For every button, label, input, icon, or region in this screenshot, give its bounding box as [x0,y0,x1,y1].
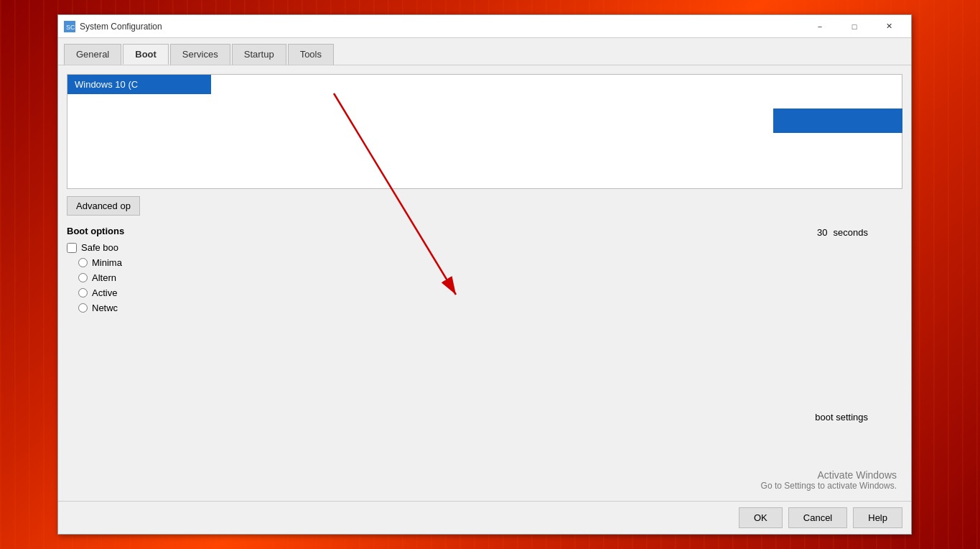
tab-services[interactable]: Services [170,44,230,65]
network-radio[interactable] [78,303,88,313]
tab-boot[interactable]: Boot [123,44,169,65]
sysconfig-close-button[interactable]: ✕ [872,17,905,36]
alternate-label: Altern [92,272,116,283]
maximize-button[interactable]: □ [838,17,871,36]
active-directory-radio[interactable] [78,288,88,297]
timeout-row: 30 seconds [817,227,868,238]
network-label: Netwc [92,303,118,313]
tab-tools[interactable]: Tools [288,44,334,65]
sysconfig-icon: SC [64,21,75,32]
sysconfig-ok-button[interactable]: OK [739,507,783,528]
titlebar-controls: − □ ✕ [803,17,905,36]
network-row: Netwc [78,303,902,313]
advanced-options-button[interactable]: Advanced op [67,196,140,216]
safe-boot-label: Safe boo [81,242,118,253]
safe-boot-row: Safe boo [67,242,902,253]
tab-startup[interactable]: Startup [232,44,286,65]
svg-text:SC: SC [66,24,75,31]
sysconfig-title-left: SC System Configuration [64,21,162,32]
sysconfig-titlebar: SC System Configuration − □ ✕ [58,15,911,38]
timeout-unit: seconds [834,227,868,238]
sysconfig-title-text: System Configuration [80,22,162,32]
alternate-radio[interactable] [78,273,88,282]
activate-line2: Go to Settings to activate Windows. [761,481,897,491]
boot-settings-label: boot settings [815,412,868,423]
tab-general[interactable]: General [64,44,121,65]
minimal-row: Minima [78,257,902,268]
sysconfig-content: Windows 10 (C Advanced op Boot options S… [58,65,911,326]
activate-watermark: Activate Windows Go to Settings to activ… [761,469,897,491]
active-directory-label: Active [92,287,117,298]
blue-highlight-bar [773,109,902,133]
minimal-label: Minima [92,257,122,268]
sysconfig-help-button[interactable]: Help [853,507,902,528]
sysconfig-tabs: General Boot Services Startup Tools [58,38,911,65]
sysconfig-cancel-button[interactable]: Cancel [788,507,847,528]
minimal-radio[interactable] [78,258,88,267]
safe-boot-checkbox[interactable] [67,243,77,253]
boot-list-item[interactable]: Windows 10 (C [67,75,211,94]
minimize-button[interactable]: − [803,17,836,36]
alternate-row: Altern [78,272,902,283]
sysconfig-window: SC System Configuration − □ ✕ General Bo… [57,14,912,535]
boot-options-label: Boot options [67,226,902,236]
activate-line1: Activate Windows [761,469,897,481]
active-directory-row: Active [78,287,902,298]
timeout-value: 30 [817,227,827,238]
sysconfig-bottom: OK Cancel Help [58,501,911,534]
